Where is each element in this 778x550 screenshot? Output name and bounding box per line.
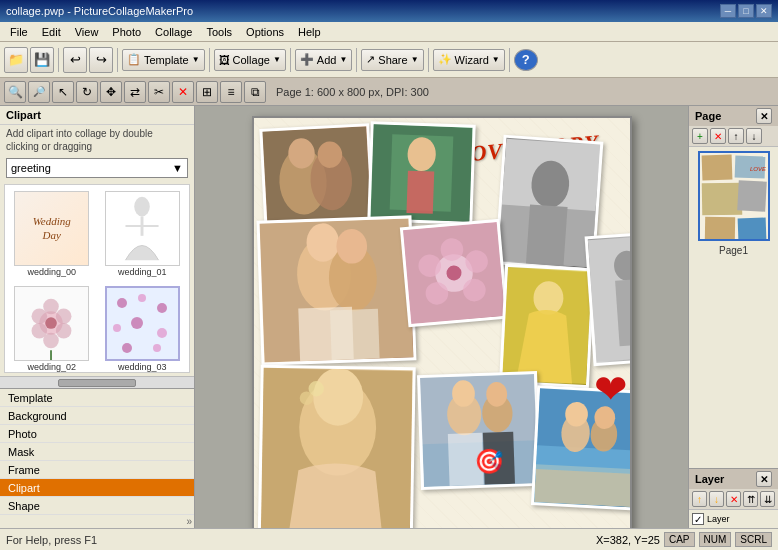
clipart-category-dropdown[interactable]: greeting ▼ (6, 158, 188, 178)
maximize-button[interactable]: □ (738, 4, 754, 18)
template-combo[interactable]: 📋 Template ▼ (122, 49, 205, 71)
separator-7 (509, 48, 510, 72)
move-button[interactable]: ✥ (100, 81, 122, 103)
save-button[interactable]: 💾 (30, 47, 54, 73)
clipart-item-wedding01[interactable]: wedding_01 (99, 188, 187, 280)
cat-shape[interactable]: Shape (0, 497, 194, 515)
main-toolbar: 📁 💾 ↩ ↪ 📋 Template ▼ 🖼 Collage ▼ ➕ Add ▼… (0, 42, 778, 78)
distribute-button[interactable]: ≡ (220, 81, 242, 103)
layer-panel-close[interactable]: ✕ (756, 471, 772, 487)
cat-photo[interactable]: Photo (0, 425, 194, 443)
layer-panel-content: ✓ Layer (689, 510, 778, 528)
separator-6 (428, 48, 429, 72)
expand-button[interactable]: » (0, 515, 194, 528)
wizard-label: Wizard (455, 54, 489, 66)
photo-blonde[interactable] (257, 365, 415, 528)
separator-4 (290, 48, 291, 72)
share-combo[interactable]: ↗ Share ▼ (361, 49, 423, 71)
cat-clipart[interactable]: Clipart (0, 479, 194, 497)
cat-background[interactable]: Background (0, 407, 194, 425)
page-panel-close[interactable]: ✕ (756, 108, 772, 124)
cat-template[interactable]: Template (0, 389, 194, 407)
arrange-button[interactable]: ⧉ (244, 81, 266, 103)
scroll-thumb[interactable] (58, 379, 136, 387)
menu-collage[interactable]: Collage (149, 24, 198, 40)
page-delete-button[interactable]: ✕ (710, 128, 726, 144)
clipart-item-wedding00[interactable]: WeddingDay wedding_00 (8, 188, 96, 280)
photo-yellow-dress[interactable] (498, 264, 594, 389)
scrl-badge: SCRL (735, 532, 772, 547)
select-button[interactable]: ↖ (52, 81, 74, 103)
page-info: Page 1: 600 x 800 px, DPI: 300 (276, 86, 429, 98)
canvas-area[interactable]: LOVE STORY (195, 106, 688, 528)
open-button[interactable]: 📁 (4, 47, 28, 73)
redo-button[interactable]: ↪ (89, 47, 113, 73)
clipart-item-wedding02[interactable]: wedding_02 (8, 283, 96, 373)
title-text: collage.pwp - PictureCollageMakerPro (6, 5, 193, 17)
photo-couple-center[interactable] (256, 215, 416, 365)
undo-button[interactable]: ↩ (63, 47, 87, 73)
minimize-button[interactable]: ─ (720, 4, 736, 18)
layer-down-button[interactable]: ↓ (709, 491, 724, 507)
layer-up-button[interactable]: ↑ (692, 491, 707, 507)
secondary-toolbar: 🔍 🔎 ↖ ↻ ✥ ⇄ ✂ ✕ ⊞ ≡ ⧉ Page 1: 600 x 800 … (0, 78, 778, 106)
help-button[interactable]: ? (514, 49, 538, 71)
layer-bottom-button[interactable]: ⇊ (760, 491, 775, 507)
page-add-button[interactable]: + (692, 128, 708, 144)
svg-point-8 (43, 299, 59, 315)
clipart-item-wedding03[interactable]: wedding_03 (99, 283, 187, 373)
share-arrow: ▼ (411, 55, 419, 64)
collage-combo[interactable]: 🖼 Collage ▼ (214, 49, 286, 71)
collage-canvas: LOVE STORY (252, 116, 632, 528)
zoom-out-button[interactable]: 🔎 (28, 81, 50, 103)
add-icon: ➕ (300, 53, 314, 66)
menu-help[interactable]: Help (292, 24, 327, 40)
title-bar: collage.pwp - PictureCollageMakerPro ─ □… (0, 0, 778, 22)
add-combo[interactable]: ➕ Add ▼ (295, 49, 353, 71)
wizard-arrow: ▼ (492, 55, 500, 64)
flip-button[interactable]: ⇄ (124, 81, 146, 103)
layer-top-button[interactable]: ⇈ (743, 491, 758, 507)
rotate-button[interactable]: ↻ (76, 81, 98, 103)
page-down-button[interactable]: ↓ (746, 128, 762, 144)
delete-button[interactable]: ✕ (172, 81, 194, 103)
photo-flowers[interactable] (399, 219, 507, 327)
wizard-combo[interactable]: ✨ Wizard ▼ (433, 49, 505, 71)
align-button[interactable]: ⊞ (196, 81, 218, 103)
menu-bar: File Edit View Photo Collage Tools Optio… (0, 22, 778, 42)
template-icon: 📋 (127, 53, 141, 66)
menu-file[interactable]: File (4, 24, 34, 40)
clipart-grid: WeddingDay wedding_00 wedding_01 (4, 184, 190, 373)
menu-edit[interactable]: Edit (36, 24, 67, 40)
page-up-button[interactable]: ↑ (728, 128, 744, 144)
svg-point-17 (157, 328, 167, 338)
svg-point-0 (134, 197, 150, 216)
close-button[interactable]: ✕ (756, 4, 772, 18)
svg-rect-85 (701, 183, 742, 216)
num-badge: NUM (699, 532, 732, 547)
cat-mask[interactable]: Mask (0, 443, 194, 461)
template-arrow: ▼ (192, 55, 200, 64)
menu-photo[interactable]: Photo (106, 24, 147, 40)
menu-view[interactable]: View (69, 24, 105, 40)
layer-delete-button[interactable]: ✕ (726, 491, 741, 507)
page-thumbnail-1[interactable]: LOVE (698, 151, 770, 241)
cut-button[interactable]: ✂ (148, 81, 170, 103)
menu-tools[interactable]: Tools (200, 24, 238, 40)
cat-frame[interactable]: Frame (0, 461, 194, 479)
layer-visibility-checkbox[interactable]: ✓ (692, 513, 704, 525)
page-label-1: Page1 (719, 245, 748, 256)
template-label: Template (144, 54, 189, 66)
photo-bw-couple[interactable] (584, 230, 631, 366)
help-text: For Help, press F1 (6, 534, 97, 546)
svg-point-10 (45, 317, 57, 329)
menu-options[interactable]: Options (240, 24, 290, 40)
horizontal-scrollbar[interactable] (0, 376, 194, 388)
zoom-in-button[interactable]: 🔍 (4, 81, 26, 103)
dropdown-value: greeting (11, 162, 51, 174)
left-panel: Clipart Add clipart into collage by doub… (0, 106, 195, 528)
svg-rect-88 (737, 218, 766, 241)
main-layout: Clipart Add clipart into collage by doub… (0, 106, 778, 528)
right-panel: Page ✕ + ✕ ↑ ↓ LOVE (688, 106, 778, 528)
photo-shopping[interactable] (367, 121, 475, 225)
